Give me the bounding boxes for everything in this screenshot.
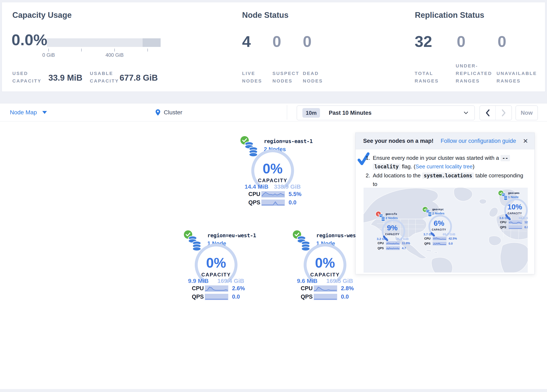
qps-sparkline xyxy=(433,242,446,245)
view-selector[interactable]: Node Map xyxy=(10,103,47,121)
cpu-label: CPU xyxy=(248,191,261,198)
cpu-value: 5.5% xyxy=(289,191,301,198)
capacity-gauge-percent: 10% xyxy=(502,203,527,210)
capacity-bar-reserved-segment xyxy=(143,38,161,47)
capacity-tick-label-400: 400 GiB xyxy=(102,52,127,58)
used-capacity: 3.6 GiB xyxy=(499,216,510,220)
locality-card-ams[interactable]: geo=ams 1 Node 10% CAPACITY 3.6 GiB 34.4… xyxy=(498,190,528,233)
live-nodes-count: 4 xyxy=(242,34,251,49)
cluster-overview-page: Capacity Usage 0.0% 0 GiB 400 GiB USED C… xyxy=(0,0,547,392)
popup-header: See your nodes on a map! Follow our conf… xyxy=(356,133,534,149)
qps-value: 0.0 xyxy=(524,226,528,229)
used-capacity-label: USED CAPACITY xyxy=(12,70,41,85)
qps-sparkline xyxy=(261,199,285,206)
cpu-label: CPU xyxy=(424,237,433,240)
capacity-gauge-percent: 0% xyxy=(301,256,349,270)
used-capacity: 14.4 MiB xyxy=(245,183,268,190)
nodes-on-map-popup: See your nodes on a map! Follow our conf… xyxy=(356,132,535,274)
capacity-tick xyxy=(81,48,82,52)
capacity-gauge-label: CAPACITY xyxy=(502,212,527,215)
region-card-title: region=eu-west-1 xyxy=(207,233,256,239)
capacity-gauge-percent: 0% xyxy=(249,162,297,175)
live-nodes-label: LIVE NODES xyxy=(242,70,262,85)
qps-label: QPS xyxy=(248,199,261,206)
cpu-sparkline xyxy=(205,285,228,292)
capacity-tick xyxy=(48,48,49,52)
qps-label: QPS xyxy=(192,294,205,300)
dead-nodes-count: 0 xyxy=(303,34,312,49)
capacity-gauge-label: CAPACITY xyxy=(380,233,405,236)
cpu-value: 2.6% xyxy=(232,285,245,292)
chevron-down-icon xyxy=(463,111,469,115)
breadcrumb-label: Cluster xyxy=(164,109,182,116)
cluster-summary-panel: Capacity Usage 0.0% 0 GiB 400 GiB USED C… xyxy=(2,2,545,92)
total-capacity: 169.5 GiB xyxy=(326,278,353,284)
cpu-value: 12.3% xyxy=(524,220,528,224)
locality-title: geo=ams xyxy=(508,191,520,194)
used-capacity: 3.7 GiB xyxy=(424,233,434,236)
capacity-tick xyxy=(147,48,148,52)
used-capacity: 9.9 MiB xyxy=(188,278,209,284)
cpu-label: CPU xyxy=(192,285,205,292)
under-replicated-count: 0 xyxy=(457,34,465,49)
region-card-us-east-1[interactable]: region=us-east-1 2 Nodes 0% CAPACITY 14.… xyxy=(239,136,301,208)
footer-strip xyxy=(0,389,547,392)
region-card-us-west-1[interactable]: region=us-west-1 1 Node 0% CAPACITY 9.6 … xyxy=(291,230,354,302)
locality-breadcrumb[interactable]: Cluster xyxy=(155,103,182,121)
qps-label: QPS xyxy=(424,242,433,245)
qps-sparkline xyxy=(314,294,337,300)
qps-sparkline xyxy=(205,294,228,300)
suspect-nodes-count: 0 xyxy=(273,34,281,49)
unavailable-count: 0 xyxy=(498,34,506,49)
capacity-bar: 0 GiB 400 GiB xyxy=(47,38,161,47)
capacity-gauge-label: CAPACITY xyxy=(301,272,349,278)
step-text: Add locations to the xyxy=(373,172,422,179)
locality-card-sfo[interactable]: 1 geo=sfo 2 Nodes 9% CAPACITY 3.2 GiB xyxy=(375,211,419,254)
region-card-title: region=us-east-1 xyxy=(264,138,313,144)
capacity-gauge-percent: 0% xyxy=(192,256,240,270)
time-prev-button[interactable] xyxy=(480,106,496,120)
cpu-sparkline xyxy=(314,285,337,292)
time-next-button[interactable] xyxy=(496,106,512,120)
view-selector-label: Node Map xyxy=(10,109,37,116)
code-snippet: -- xyxy=(500,155,510,161)
step-text: Ensure every node in your cluster was st… xyxy=(373,155,500,161)
capacity-gauge-percent: 9% xyxy=(380,224,405,231)
qps-value: 4.7 xyxy=(402,247,406,250)
total-ranges-count: 32 xyxy=(415,34,432,49)
close-icon[interactable]: ✕ xyxy=(523,137,528,145)
total-capacity: 169.4 GiB xyxy=(217,278,244,284)
now-button[interactable]: Now xyxy=(516,106,538,120)
node-status-title: Node Status xyxy=(242,11,289,20)
qps-label: QPS xyxy=(301,294,314,300)
total-ranges-label: TOTAL RANGES xyxy=(415,70,439,85)
capacity-gauge-label: CAPACITY xyxy=(192,272,240,278)
configuration-guide-link[interactable]: Follow our configuration guide xyxy=(441,138,516,144)
cpu-sparkline xyxy=(261,191,285,198)
capacity-gauge-label: CAPACITY xyxy=(426,228,451,231)
world-map: 1 geo=sfo 2 Nodes 9% CAPACITY 3.2 GiB xyxy=(363,188,528,273)
time-range-label: Past 10 Minutes xyxy=(329,110,371,116)
locality-card-nyc[interactable]: geo=nyc 2 Nodes 6% CAPACITY 3.7 GiB 65.7… xyxy=(422,206,466,249)
region-card-eu-west-1[interactable]: region=eu-west-1 1 Node 0% CAPACITY 9.9 … xyxy=(182,230,245,302)
used-capacity: 3.2 GiB xyxy=(377,237,388,241)
under-replicated-label: UNDER- REPLICATED RANGES xyxy=(456,62,492,85)
time-pager xyxy=(479,106,512,120)
qps-sparkline xyxy=(508,225,522,229)
caret-down-icon xyxy=(42,111,47,114)
usable-capacity-label: USABLE CAPACITY xyxy=(90,70,119,85)
used-capacity-value: 33.9 MiB xyxy=(48,73,82,83)
chevron-right-icon xyxy=(501,109,506,117)
time-range-dropdown[interactable]: 10m Past 10 Minutes xyxy=(297,106,475,120)
code-snippet: locality xyxy=(373,164,400,170)
total-capacity: 338.9 GiB xyxy=(274,183,301,190)
used-capacity: 9.6 MiB xyxy=(297,278,317,284)
step-number: 1. xyxy=(366,154,373,171)
capacity-usage-title: Capacity Usage xyxy=(12,11,72,20)
locality-tree-link[interactable]: See current locality tree xyxy=(416,163,473,170)
locality-title: geo=nyc xyxy=(432,208,444,211)
unavailable-label: UNAVAILABLE RANGES xyxy=(497,70,537,85)
qps-sparkline xyxy=(386,246,400,250)
step-text: ) xyxy=(473,163,475,170)
qps-value: 0.0 xyxy=(341,294,349,300)
